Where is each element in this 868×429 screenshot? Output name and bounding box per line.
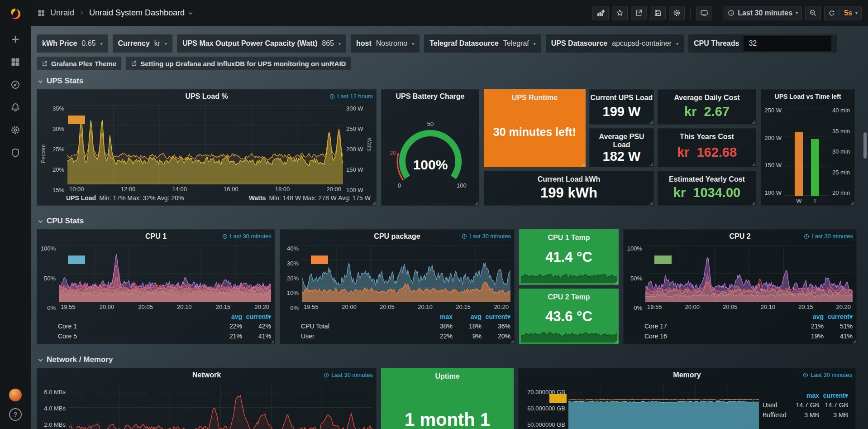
panel-header[interactable]: UPS Load vs Time left <box>761 90 854 103</box>
panel-time-override[interactable]: Last 30 minutes <box>462 233 511 240</box>
network-chart[interactable] <box>69 384 372 429</box>
cpu1-chart[interactable] <box>59 245 271 302</box>
legend-series-ups-load[interactable]: UPS LoadMin: 17% Max: 32% Avg: 20% <box>66 194 184 202</box>
dashboard-link[interactable]: Grafana Plex Theme <box>37 57 121 70</box>
legend-series[interactable]: Core 17 <box>644 323 795 330</box>
alerting-bell-icon[interactable] <box>0 96 31 119</box>
variable-currency[interactable]: Currencykr▾ <box>113 34 173 53</box>
axis-tick: 35 min <box>832 128 850 135</box>
panel-ups-runtime[interactable]: UPS Runtime30 minutes left! <box>484 89 586 167</box>
breadcrumb-app[interactable]: Unraid <box>50 8 74 18</box>
add-panel-button[interactable] <box>592 6 609 20</box>
variable-cpu-threads[interactable]: CPU Threads <box>688 34 837 53</box>
cpu-package-chart[interactable] <box>302 245 510 302</box>
ups-stats-row: UPS Load % Last 12 hours Percent 35%30%2… <box>37 89 857 206</box>
variable-ups-max-output-power-capacity-watt-[interactable]: UPS Max Output Power Capacity (Watt)865▾ <box>177 34 346 53</box>
page-scrollbar[interactable] <box>863 132 867 159</box>
bar-W[interactable] <box>795 132 803 196</box>
panel-cpu-1-temp[interactable]: CPU 1 Temp 41.4 °C <box>519 229 619 285</box>
help-icon[interactable]: ? <box>9 408 22 421</box>
legend-series[interactable]: User <box>301 333 424 340</box>
panel-header[interactable]: UPS Load % Last 12 hours <box>37 90 376 103</box>
variable-value[interactable]: kr <box>154 39 160 48</box>
zoom-out-button[interactable] <box>805 6 821 20</box>
legend-series[interactable]: Buffered <box>763 411 790 419</box>
axis-tick: 20:00 <box>685 304 700 310</box>
refresh-picker[interactable]: 5s ▾ <box>824 6 862 20</box>
section-header-cpu-stats[interactable]: CPU Stats <box>38 217 857 226</box>
dashboard-body: kWh Price0.65▾Currencykr▾UPS Max Output … <box>31 26 868 429</box>
x-axis: 19:5520:0020:0520:1020:1520:20 <box>645 302 853 311</box>
panel-current-ups-load[interactable]: Current UPS Load199 W <box>589 89 654 125</box>
panel-average-psu-load[interactable]: Average PSU Load182 W <box>589 128 654 167</box>
panel-time-override[interactable]: Last 30 minutes <box>324 371 373 378</box>
variable-ups-datasource[interactable]: UPS Datasourceapcupsd-container▾ <box>546 34 684 53</box>
panel-header[interactable]: UPS Battery Charge <box>382 90 479 103</box>
legend-series[interactable]: Core 5 <box>58 333 213 340</box>
variable-value[interactable]: apcupsd-container <box>612 39 672 48</box>
cpu2-chart[interactable] <box>645 245 853 302</box>
panel-header[interactable]: CPU 1 Last 30 minutes <box>37 230 275 243</box>
panel-title: UPS Load vs Time left <box>775 93 841 100</box>
axis-tick: 19:55 <box>647 304 662 310</box>
server-admin-shield-icon[interactable] <box>0 141 31 164</box>
panel-current-load-kwh[interactable]: Current Load kWh199 kWh <box>484 171 654 206</box>
legend-series[interactable]: CPU Total <box>301 323 424 330</box>
user-avatar[interactable] <box>9 388 22 402</box>
bar-chart[interactable] <box>785 107 829 196</box>
save-button[interactable] <box>650 6 666 20</box>
panel-time-override[interactable]: Last 12 hours <box>329 93 373 100</box>
variable-label: CPU Threads <box>694 39 739 48</box>
configuration-gear-icon[interactable] <box>0 119 31 141</box>
memory-chart[interactable] <box>568 384 759 429</box>
y-axis-label-left: Percent <box>40 105 47 193</box>
section-header-network-memory[interactable]: Network / Memory <box>38 355 857 364</box>
grafana-logo-icon[interactable] <box>0 0 31 28</box>
explore-compass-icon[interactable] <box>0 73 31 96</box>
legend-series-watts[interactable]: WattsMin: 148 W Max: 278 W Avg: 175 W <box>249 194 371 202</box>
tv-kiosk-button[interactable] <box>696 6 712 20</box>
panel-time-override[interactable]: Last 30 minutes <box>222 233 272 240</box>
variable-host[interactable]: hostNostromo▾ <box>351 34 420 53</box>
panel-uptime[interactable]: Uptime 1 month 1 <box>381 368 514 429</box>
panel-header[interactable]: CPU 2 Last 30 minutes <box>624 230 856 243</box>
variable-telegraf-datasource[interactable]: Telegraf DatasourceTelegraf▾ <box>424 34 541 53</box>
dashboard-title-dropdown[interactable]: Unraid System Dashboard <box>89 8 193 18</box>
panel-time-override[interactable]: Last 30 minutes <box>803 371 852 378</box>
dashboards-icon[interactable] <box>0 51 31 73</box>
star-button[interactable] <box>612 6 628 20</box>
panel-cpu-2-temp[interactable]: CPU 2 Temp 43.6 °C <box>519 289 619 344</box>
ups-load-chart[interactable] <box>67 105 343 184</box>
axis-tick: 16:00 <box>224 186 238 193</box>
panel-header[interactable]: CPU package Last 30 minutes <box>280 230 514 243</box>
axis-tick: 30% <box>52 125 64 132</box>
variable-value[interactable]: 0.65 <box>81 39 95 48</box>
variable-input[interactable] <box>744 36 831 51</box>
section-header-ups-stats[interactable]: UPS Stats <box>38 77 857 86</box>
legend-series[interactable]: Core 16 <box>644 333 795 340</box>
bar-T[interactable] <box>811 139 819 196</box>
panel-estimated-yearly-cost[interactable]: Estimated Yearly Costkr 1034.00 <box>658 171 756 206</box>
variable-value[interactable]: Nostromo <box>376 39 407 48</box>
clock-icon <box>803 372 808 378</box>
legend-value: 21% <box>213 333 242 340</box>
sparkline <box>521 326 617 342</box>
dashboard-link[interactable]: Setting up Grafana and InfluxDB for UPS … <box>126 57 351 70</box>
legend-row: Used14.7 GB14.7 GB <box>763 400 848 410</box>
x-axis: 19:5520:0020:0520:1020:1520:20 <box>302 302 510 311</box>
panel-title: UPS Battery Charge <box>396 92 464 101</box>
share-button[interactable] <box>631 6 647 20</box>
variable-value[interactable]: 865 <box>322 39 334 48</box>
panel-this-years-cost[interactable]: This Years Costkr 162.68 <box>658 128 756 167</box>
panel-average-daily-cost[interactable]: Average Daily Costkr 2.67 <box>658 89 756 125</box>
legend-series[interactable]: Used <box>763 401 790 409</box>
create-plus-icon[interactable] <box>0 28 31 51</box>
time-range-picker[interactable]: Last 30 minutes ▾ <box>724 6 802 20</box>
panel-header[interactable]: Memory Last 30 minutes <box>519 368 855 382</box>
legend-series[interactable]: Core 1 <box>58 323 213 330</box>
panel-time-override[interactable]: Last 30 minutes <box>804 233 853 240</box>
variable-kwh-price[interactable]: kWh Price0.65▾ <box>37 34 108 53</box>
panel-header[interactable]: Network Last 30 minutes <box>37 368 376 382</box>
variable-value[interactable]: Telegraf <box>503 39 529 48</box>
dashboard-settings-button[interactable] <box>669 6 685 20</box>
